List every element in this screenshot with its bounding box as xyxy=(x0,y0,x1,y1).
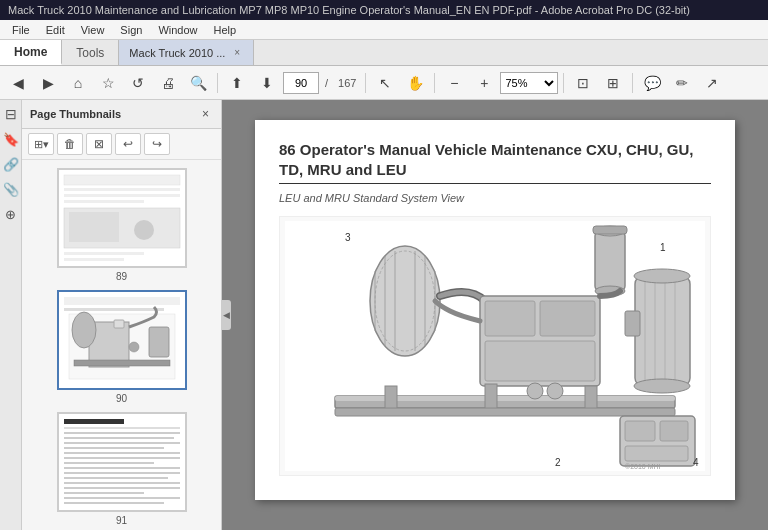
svg-point-18 xyxy=(129,342,139,352)
sidebar-delete-button[interactable]: 🗑 xyxy=(57,133,83,155)
toolbar-separator-4 xyxy=(563,73,564,93)
svg-rect-3 xyxy=(64,194,180,197)
svg-rect-85 xyxy=(335,408,675,416)
svg-rect-11 xyxy=(64,297,180,305)
svg-rect-88 xyxy=(660,421,688,441)
svg-rect-29 xyxy=(64,462,154,464)
thumbnail-img-90 xyxy=(57,290,187,390)
page-diagram: 3 1 xyxy=(279,216,711,476)
svg-point-77 xyxy=(634,269,690,283)
menu-sign[interactable]: Sign xyxy=(112,22,150,38)
svg-text:©2010 MHI: ©2010 MHI xyxy=(625,463,661,470)
toolbar-separator-5 xyxy=(632,73,633,93)
menu-view[interactable]: View xyxy=(73,22,113,38)
svg-rect-26 xyxy=(64,447,164,449)
svg-point-7 xyxy=(134,220,154,240)
fit-page-button[interactable]: ⊡ xyxy=(569,70,597,96)
bookmark-button[interactable]: ☆ xyxy=(94,70,122,96)
svg-rect-8 xyxy=(64,252,144,255)
svg-rect-84 xyxy=(585,386,597,411)
toolbar-separator-1 xyxy=(217,73,218,93)
pen-button[interactable]: ✏ xyxy=(668,70,696,96)
tab-tools[interactable]: Tools xyxy=(62,40,118,65)
svg-rect-79 xyxy=(625,311,640,336)
refresh-button[interactable]: ↺ xyxy=(124,70,152,96)
thumbnail-89[interactable]: 89 xyxy=(57,168,187,282)
svg-point-93 xyxy=(547,383,563,399)
next-page-button[interactable]: ⬇ xyxy=(253,70,281,96)
thumbnail-91[interactable]: 91 xyxy=(57,412,187,526)
svg-rect-19 xyxy=(114,320,124,328)
svg-rect-71 xyxy=(485,341,595,381)
sidebar-redo-button[interactable]: ↪ xyxy=(144,133,170,155)
panel-icon-bookmarks[interactable]: 🔖 xyxy=(3,132,19,147)
svg-rect-64 xyxy=(595,231,625,291)
svg-rect-70 xyxy=(540,301,595,336)
spread-button[interactable]: ⊞ xyxy=(599,70,627,96)
svg-rect-36 xyxy=(64,497,180,499)
page-number-input[interactable] xyxy=(283,72,319,94)
zoom-out-button[interactable]: − xyxy=(440,70,468,96)
panel-icon-attachments[interactable]: 📎 xyxy=(3,182,19,197)
thumbnails-container[interactable]: 89 xyxy=(22,160,221,530)
print-button[interactable]: 🖨 xyxy=(154,70,182,96)
tab-home[interactable]: Home xyxy=(0,40,62,65)
home-button[interactable]: ⌂ xyxy=(64,70,92,96)
zoom-in-button[interactable]: + xyxy=(470,70,498,96)
tab-close-button[interactable]: × xyxy=(231,46,243,59)
share-button[interactable]: ↗ xyxy=(698,70,726,96)
thumbnail-img-89 xyxy=(57,168,187,268)
zoom-select[interactable]: 50% 75% 100% 125% 150% xyxy=(500,72,558,94)
svg-rect-6 xyxy=(69,212,119,242)
search-zoom-button[interactable]: 🔍 xyxy=(184,70,212,96)
forward-button[interactable]: ▶ xyxy=(34,70,62,96)
svg-rect-30 xyxy=(64,467,180,469)
svg-rect-22 xyxy=(64,427,180,429)
svg-point-92 xyxy=(527,383,543,399)
svg-rect-21 xyxy=(64,419,124,424)
comment-button[interactable]: 💬 xyxy=(638,70,666,96)
sidebar-collapse-handle[interactable]: ◀ xyxy=(221,300,231,330)
prev-page-button[interactable]: ⬆ xyxy=(223,70,251,96)
back-button[interactable]: ◀ xyxy=(4,70,32,96)
svg-rect-87 xyxy=(625,421,655,441)
svg-rect-17 xyxy=(149,327,169,357)
svg-rect-23 xyxy=(64,432,180,434)
svg-rect-1 xyxy=(64,175,180,185)
svg-point-78 xyxy=(634,379,690,393)
menu-help[interactable]: Help xyxy=(206,22,245,38)
sidebar-split-button[interactable]: ⊠ xyxy=(86,133,112,155)
panel-icon-layers[interactable]: ⊕ xyxy=(5,207,16,222)
thumbnail-label-91: 91 xyxy=(116,515,127,526)
svg-rect-72 xyxy=(635,276,690,386)
svg-rect-27 xyxy=(64,452,180,454)
menu-window[interactable]: Window xyxy=(150,22,205,38)
svg-rect-67 xyxy=(593,226,627,234)
cursor-tool-button[interactable]: ↖ xyxy=(371,70,399,96)
panel-icon-pages[interactable]: ⊟ xyxy=(5,106,17,122)
sidebar-close-button[interactable]: × xyxy=(198,106,213,122)
menu-bar: File Edit View Sign Window Help xyxy=(0,20,768,40)
thumbnail-img-91 xyxy=(57,412,187,512)
page-total: 167 xyxy=(334,77,360,89)
svg-rect-9 xyxy=(64,258,124,261)
svg-rect-89 xyxy=(625,446,688,461)
panel-icon-links[interactable]: 🔗 xyxy=(3,157,19,172)
engine-diagram-svg: 3 1 xyxy=(285,221,705,471)
svg-text:2: 2 xyxy=(555,457,561,468)
tab-document[interactable]: Mack Truck 2010 ... × xyxy=(118,40,254,65)
svg-rect-33 xyxy=(64,482,180,484)
svg-rect-35 xyxy=(64,492,144,494)
menu-edit[interactable]: Edit xyxy=(38,22,73,38)
sidebar-panel: Page Thumbnails × ⊞▾ 🗑 ⊠ ↩ ↪ xyxy=(22,100,222,530)
hand-tool-button[interactable]: ✋ xyxy=(401,70,429,96)
menu-file[interactable]: File xyxy=(4,22,38,38)
svg-rect-83 xyxy=(485,384,497,409)
thumbnail-label-89: 89 xyxy=(116,271,127,282)
svg-rect-82 xyxy=(385,386,397,411)
page-view-area[interactable]: 86 Operator's Manual Vehicle Maintenance… xyxy=(222,100,768,530)
thumbnail-90[interactable]: 90 xyxy=(57,290,187,404)
sidebar-undo-button[interactable]: ↩ xyxy=(115,133,141,155)
sidebar-grid-button[interactable]: ⊞▾ xyxy=(28,133,54,155)
toolbar-separator-3 xyxy=(434,73,435,93)
